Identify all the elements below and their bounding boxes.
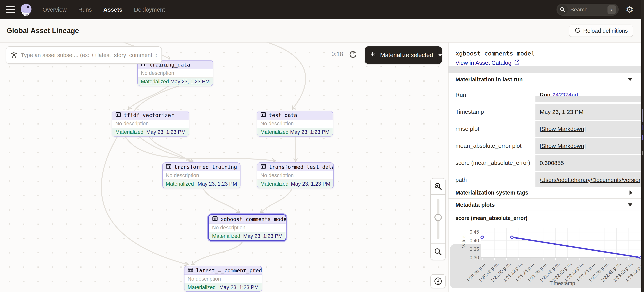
asset-materialization-time[interactable]: May 23, 1:23 PM: [290, 129, 330, 135]
settings-gear-icon[interactable]: ⚙: [626, 5, 634, 14]
metadata-label: path: [448, 171, 536, 188]
asset-node-description: No description: [260, 172, 294, 178]
asset-node-body: No description: [112, 120, 189, 128]
asset-graph-icon: [10, 51, 18, 59]
asset-materialization-time[interactable]: May 23, 1:23 PM: [219, 284, 259, 290]
asset-node-header: latest_…_comment_predictions: [184, 266, 262, 275]
metadata-row-mean-absolute-error-plot: mean_absolute_error plot[Show Markdown]: [448, 137, 644, 154]
materialize-selected-button[interactable]: Materialize selected: [365, 51, 438, 59]
refresh-countdown: 0:18: [332, 51, 343, 58]
top-nav: OverviewRunsAssetsDeployment Search... /…: [0, 0, 644, 19]
table-icon: [188, 267, 193, 274]
metadata-value: 0.300855: [536, 154, 644, 171]
metadata-value: May 23, 1:23 PM: [536, 103, 644, 120]
section-metadata-plots[interactable]: Metadata plots: [448, 199, 644, 211]
main-content: Type an asset subset... (ex: ++latest_st…: [0, 43, 644, 292]
asset-node-description: No description: [212, 225, 246, 231]
asset-status-badge: Materialized: [141, 79, 169, 85]
asset-node-latest__comment_predictions[interactable]: latest_…_comment_predictions No descript…: [184, 266, 262, 292]
nav-item-assets[interactable]: Assets: [103, 7, 122, 13]
asset-node-tfidf_vectorizer[interactable]: tfidf_vectorizer No description Material…: [112, 111, 189, 137]
page-header: Global Asset Lineage Reload definitions: [0, 19, 644, 43]
x-tick-mark: [482, 258, 482, 260]
asset-status-badge: Materialized: [212, 233, 240, 239]
x-tick-mark: [543, 258, 544, 260]
nav-item-deployment[interactable]: Deployment: [134, 7, 165, 13]
menu-hamburger-icon[interactable]: [6, 6, 15, 13]
show-markdown-link[interactable]: [Show Markdown]: [540, 126, 586, 132]
loading-shimmer-bar: [448, 66, 644, 73]
show-markdown-link[interactable]: [Show Markdown]: [540, 143, 586, 149]
materialize-options-dropdown[interactable]: [438, 46, 442, 64]
nav-item-runs[interactable]: Runs: [78, 7, 92, 13]
reload-definitions-button[interactable]: Reload definitions: [569, 25, 633, 37]
asset-node-footer: Materialized May 23, 1:23 PM: [209, 232, 286, 240]
asset-node-test_data[interactable]: test_data No description Materialized Ma…: [257, 111, 333, 137]
asset-node-header: test_data: [257, 111, 332, 120]
asset-node-header: transformed_training_data: [163, 163, 240, 171]
nav-menu: OverviewRunsAssetsDeployment: [42, 7, 165, 13]
asset-status-badge: Materialized: [188, 284, 216, 290]
asset-materialization-time[interactable]: May 23, 1:23 PM: [291, 181, 330, 187]
metadata-label: rmse plot: [448, 120, 536, 137]
asset-materialization-time[interactable]: May 23, 1:23 PM: [170, 79, 210, 85]
metadata-row-score-mean-absolute-error-: score (mean_absolute_error)0.300855: [448, 154, 644, 171]
download-image-button[interactable]: [430, 274, 446, 288]
lineage-graph-canvas[interactable]: Type an asset subset... (ex: ++latest_st…: [0, 43, 448, 292]
dagster-logo[interactable]: [20, 3, 32, 16]
asset-node-xgboost_comments_model[interactable]: xgboost_comments_model No description Ma…: [208, 214, 286, 241]
asset-node-footer: Materialized May 23, 1:23 PM: [257, 180, 334, 188]
asset-status-badge: Materialized: [166, 181, 194, 187]
zoom-slider[interactable]: [431, 195, 446, 243]
metadata-row-path: path/Users/odetteharary/Documents/versio…: [448, 171, 644, 188]
asset-materialization-time[interactable]: May 23, 1:23 PM: [146, 129, 186, 135]
metadata-value: Run242374ad: [536, 86, 644, 103]
asset-node-description: No description: [141, 70, 174, 76]
asset-node-description: No description: [115, 121, 149, 127]
metadata-label: mean_absolute_error plot: [448, 137, 536, 154]
search-shortcut-badge: /: [608, 6, 616, 14]
asset-node-body: No description: [257, 171, 334, 180]
zoom-slider-thumb[interactable]: [434, 214, 442, 221]
asset-materialization-time[interactable]: May 23, 1:23 PM: [198, 181, 237, 187]
x-tick-mark: [530, 258, 531, 260]
sparkle-icon: [369, 51, 377, 59]
x-tick-mark: [592, 258, 592, 260]
zoom-in-button[interactable]: [431, 178, 446, 195]
asset-node-transformed_test_data[interactable]: transformed_test_data No description Mat…: [257, 162, 334, 188]
chevron-right-icon: [630, 190, 632, 195]
asset-node-transformed_training_data[interactable]: transformed_training_data No description…: [162, 162, 240, 188]
asset-subset-input[interactable]: Type an asset subset... (ex: ++latest_st…: [6, 46, 162, 64]
x-tick-mark: [555, 258, 556, 260]
global-search-input[interactable]: Search... /: [556, 4, 619, 16]
asset-status-badge: Materialized: [260, 129, 288, 135]
asset-node-training_data[interactable]: training_data No description Materialize…: [137, 60, 213, 86]
x-axis-title: Timestamp: [481, 280, 643, 286]
background-window-edge: [641, 0, 644, 292]
y-tick-label: 0.35: [456, 246, 479, 252]
chevron-down-icon: [438, 54, 442, 57]
x-tick-mark: [616, 258, 617, 260]
asset-node-footer: Materialized May 23, 1:23 PM: [112, 128, 189, 136]
asset-materialization-time[interactable]: May 23, 1:23 PM: [243, 233, 282, 239]
asset-node-name: transformed_test_data: [269, 164, 334, 170]
chevron-down-icon: [628, 78, 632, 81]
section-materialization-system-tags[interactable]: Materialization system tags: [448, 187, 644, 199]
table-icon: [212, 216, 218, 222]
x-tick-mark: [506, 258, 507, 260]
view-in-asset-catalog-link[interactable]: View in Asset Catalog: [456, 59, 520, 66]
path-link[interactable]: /Users/odetteharary/Documents/version: [540, 177, 640, 183]
metadata-row-timestamp: TimestampMay 23, 1:23 PM: [448, 103, 644, 120]
metadata-row-rmse-plot: rmse plot[Show Markdown]: [448, 120, 644, 137]
external-link-icon: [514, 59, 520, 66]
zoom-out-button[interactable]: [431, 243, 446, 260]
graph-refresh-icon[interactable]: [348, 50, 357, 60]
run-id-link[interactable]: 242374ad: [552, 92, 578, 98]
asset-node-description: No description: [166, 172, 199, 178]
materialize-selected-button-group: Materialize selected: [365, 46, 442, 64]
x-tick-mark: [628, 258, 629, 260]
section-materialization-in-last-run[interactable]: Materialization in last run: [448, 73, 644, 86]
asset-node-description: No description: [260, 121, 294, 127]
nav-item-overview[interactable]: Overview: [42, 7, 67, 13]
asset-node-name: xgboost_comments_model: [220, 216, 286, 222]
